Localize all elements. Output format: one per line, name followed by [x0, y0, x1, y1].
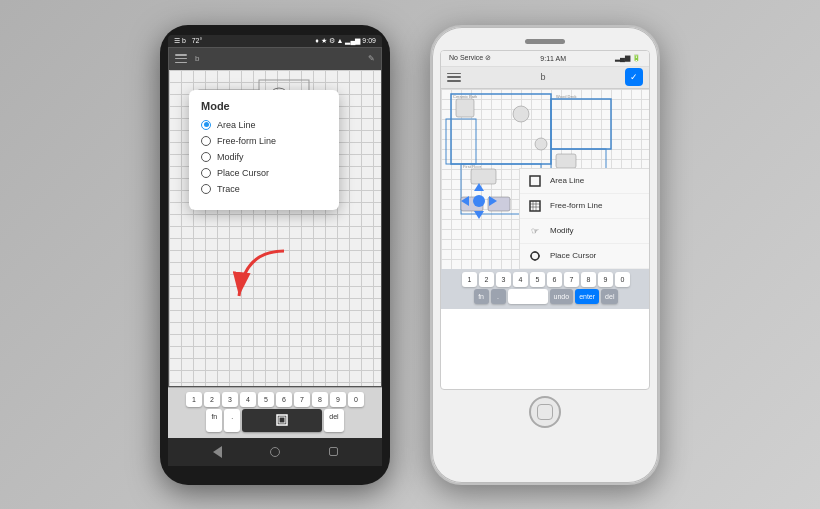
iphone-status-left: No Service ⊘ [449, 54, 491, 62]
iphone-key-2[interactable]: 2 [479, 272, 494, 287]
dir-right[interactable] [489, 196, 497, 206]
dir-down[interactable] [474, 211, 484, 219]
iphone-mode-label-modify: Modify [550, 226, 574, 235]
iphone-keyboard: 1 2 3 4 5 6 7 8 9 0 fn . undo enter [441, 269, 650, 309]
iphone-key-fn[interactable]: fn [474, 289, 489, 304]
mode-option-place-cursor[interactable]: Place Cursor [201, 168, 327, 178]
dir-left[interactable] [461, 196, 469, 206]
scene: ☰ b 72° ♦ ★ ⚙ ▲ ▂▄▆ 9:09 b ✎ [0, 0, 820, 509]
mode-label-area-line: Area Line [217, 120, 256, 130]
android-status-right: ♦ ★ ⚙ ▲ ▂▄▆ 9:09 [315, 37, 376, 45]
kbd-key-7[interactable]: 7 [294, 392, 310, 407]
back-button[interactable] [210, 445, 224, 459]
iphone-cursor-icon [528, 249, 542, 263]
iphone-status-right: ▂▄▆ 🔋 [615, 54, 641, 62]
iphone-key-7[interactable]: 7 [564, 272, 579, 287]
kbd-key-8[interactable]: 8 [312, 392, 328, 407]
android-kbd-row2: fn . del [171, 409, 379, 432]
iphone-hamburger-icon[interactable] [447, 73, 461, 82]
mode-label-modify: Modify [217, 152, 244, 162]
iphone-status-bar: No Service ⊘ 9:11 AM ▂▄▆ 🔋 [441, 51, 649, 67]
mode-label-place-cursor: Place Cursor [217, 168, 269, 178]
mode-option-freeform[interactable]: Free-form Line [201, 136, 327, 146]
iphone-mode-modify[interactable]: ☞ Modify [520, 219, 649, 244]
svg-point-29 [531, 252, 539, 260]
iphone-mode-area-line[interactable]: Area Line [520, 169, 649, 194]
iphone-key-dot[interactable]: . [491, 289, 506, 304]
radio-modify[interactable] [201, 152, 211, 162]
mode-option-modify[interactable]: Modify [201, 152, 327, 162]
iphone-key-4[interactable]: 4 [513, 272, 528, 287]
svg-text:Wood Deck: Wood Deck [556, 94, 577, 99]
home-icon [270, 447, 280, 457]
dir-center [473, 195, 485, 207]
iphone-map-area: Ceramic Bath Wood Deck First Floor Area … [441, 89, 649, 269]
iphone-title: b [540, 72, 545, 82]
directional-cross[interactable] [461, 183, 497, 219]
dir-up[interactable] [474, 183, 484, 191]
iphone-key-6[interactable]: 6 [547, 272, 562, 287]
kbd-key-2[interactable]: 2 [204, 392, 220, 407]
iphone-status-time: 9:11 AM [540, 55, 566, 62]
iphone-mode-menu: Area Line Free-form Line [519, 168, 649, 269]
iphone-mode-label-cursor: Place Cursor [550, 251, 596, 260]
kbd-key-3[interactable]: 3 [222, 392, 238, 407]
iphone-key-8[interactable]: 8 [581, 272, 596, 287]
iphone-earpiece [525, 39, 565, 44]
mode-popup: Mode Area Line Free-form Line [189, 90, 339, 210]
android-phone: ☰ b 72° ♦ ★ ⚙ ▲ ▂▄▆ 9:09 b ✎ [160, 25, 390, 485]
kbd-key-6[interactable]: 6 [276, 392, 292, 407]
iphone-key-undo[interactable]: undo [550, 289, 574, 304]
popup-title: Mode [201, 100, 327, 112]
iphone-mode-place-cursor[interactable]: Place Cursor [520, 244, 649, 269]
mode-option-trace[interactable]: Trace [201, 184, 327, 194]
iphone-key-1[interactable]: 1 [462, 272, 477, 287]
home-button[interactable] [268, 445, 282, 459]
mode-label-trace: Trace [217, 184, 240, 194]
kbd-key-4[interactable]: 4 [240, 392, 256, 407]
iphone-kbd-row1: 1 2 3 4 5 6 7 8 9 0 [444, 272, 648, 287]
back-icon [213, 446, 222, 458]
svg-rect-16 [556, 154, 576, 168]
hamburger-icon[interactable] [175, 54, 187, 63]
kbd-key-del[interactable]: del [324, 409, 343, 432]
mode-option-area-line[interactable]: Area Line [201, 120, 327, 130]
android-top-left: b [175, 54, 199, 63]
iphone-top-bar: b ✓ [441, 67, 649, 89]
android-keyboard: 1 2 3 4 5 6 7 8 9 0 fn . [168, 387, 382, 438]
kbd-key-fn[interactable]: fn [206, 409, 222, 432]
radio-trace[interactable] [201, 184, 211, 194]
iphone-key-9[interactable]: 9 [598, 272, 613, 287]
iphone-key-enter[interactable]: enter [575, 289, 599, 304]
radio-freeform[interactable] [201, 136, 211, 146]
iphone-screen: No Service ⊘ 9:11 AM ▂▄▆ 🔋 b ✓ [440, 50, 650, 390]
svg-rect-17 [471, 169, 496, 184]
iphone-key-del[interactable]: del [601, 289, 618, 304]
android-top-bar: b ✎ [169, 48, 381, 70]
kbd-key-1[interactable]: 1 [186, 392, 202, 407]
radio-place-cursor[interactable] [201, 168, 211, 178]
radio-area-line[interactable] [201, 120, 211, 130]
iphone-key-0[interactable]: 0 [615, 272, 630, 287]
svg-point-15 [535, 138, 547, 150]
radio-inner-area-line [204, 122, 209, 127]
kbd-key-dot[interactable]: . [224, 409, 240, 432]
kbd-key-5[interactable]: 5 [258, 392, 274, 407]
iphone-mode-freeform[interactable]: Free-form Line [520, 194, 649, 219]
kbd-key-square[interactable] [242, 409, 322, 432]
svg-rect-23 [530, 176, 540, 186]
kbd-key-0[interactable]: 0 [348, 392, 364, 407]
iphone-key-space[interactable] [508, 289, 548, 304]
svg-text:Ceramic Bath: Ceramic Bath [453, 94, 477, 99]
recent-button[interactable] [326, 445, 340, 459]
svg-rect-7 [279, 417, 285, 423]
iphone-mode-label-freeform: Free-form Line [550, 201, 602, 210]
iphone-key-5[interactable]: 5 [530, 272, 545, 287]
iphone-kbd-row2: fn . undo enter del [444, 289, 648, 304]
iphone-key-3[interactable]: 3 [496, 272, 511, 287]
android-nav-bar [168, 438, 382, 466]
mode-label-freeform: Free-form Line [217, 136, 276, 146]
iphone-check-button[interactable]: ✓ [625, 68, 643, 86]
kbd-key-9[interactable]: 9 [330, 392, 346, 407]
iphone-home-button[interactable] [529, 396, 561, 428]
